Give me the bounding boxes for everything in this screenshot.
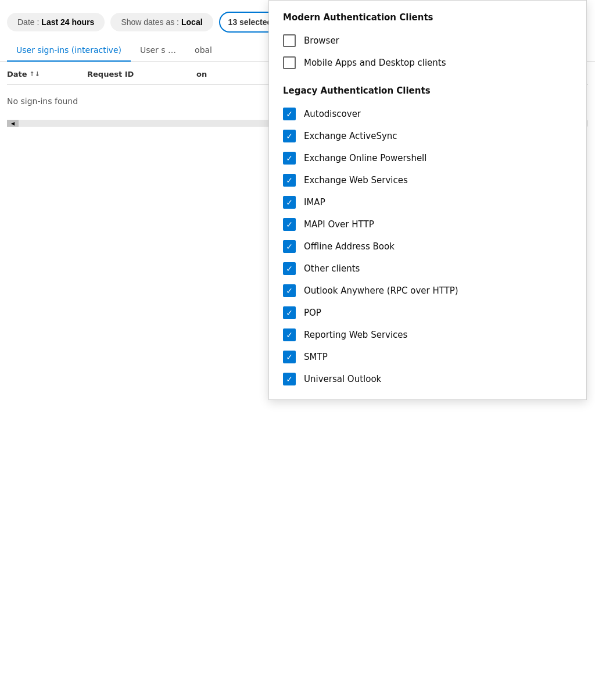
sort-icon: ↑↓ [30, 70, 40, 78]
col-date-header[interactable]: Date ↑↓ [7, 70, 83, 78]
checkbox-label-pop: POP [304, 308, 321, 318]
checkbox-label-exchange-activesync: Exchange ActiveSync [304, 131, 397, 141]
checkbox-label-browser: Browser [304, 35, 339, 46]
col-on-header: on [196, 70, 207, 78]
dropdown-section-title-1: Legacy Authentication Clients [269, 74, 586, 103]
col-request-header: Request ID [87, 70, 192, 78]
dropdown-item-offline-address-book[interactable]: Offline Address Book [269, 235, 586, 258]
tab-non-interactive[interactable]: User s … [131, 40, 185, 62]
checkbox-label-other-clients: Other clients [304, 263, 360, 274]
checkbox-exchange-activesync[interactable] [283, 130, 296, 142]
dropdown-item-mapi-over-http[interactable]: MAPI Over HTTP [269, 213, 586, 235]
dropdown-item-pop[interactable]: POP [269, 302, 586, 324]
dropdown-item-imap[interactable]: IMAP [269, 191, 586, 213]
dropdown-item-universal-outlook[interactable]: Universal Outlook [269, 368, 586, 390]
dropdown-item-outlook-anywhere[interactable]: Outlook Anywhere (RPC over HTTP) [269, 280, 586, 302]
scroll-left-arrow[interactable]: ◀ [7, 120, 19, 127]
dropdown-item-browser[interactable]: Browser [269, 30, 586, 52]
checkbox-label-exchange-online-powershell: Exchange Online Powershell [304, 153, 426, 163]
checkbox-reporting-web-services[interactable] [283, 328, 296, 341]
dropdown-item-exchange-web-services[interactable]: Exchange Web Services [269, 169, 586, 191]
checkbox-browser[interactable] [283, 34, 296, 47]
checkbox-offline-address-book[interactable] [283, 240, 296, 253]
dropdown-item-mobile-desktop[interactable]: Mobile Apps and Desktop clients [269, 52, 586, 74]
dropdown-item-other-clients[interactable]: Other clients [269, 258, 586, 280]
checkbox-mapi-over-http[interactable] [283, 218, 296, 231]
dropdown-item-autodiscover[interactable]: Autodiscover [269, 103, 586, 125]
date-filter-value: Last 24 hours [41, 17, 94, 27]
dropdown-item-exchange-online-powershell[interactable]: Exchange Online Powershell [269, 147, 586, 169]
checkbox-autodiscover[interactable] [283, 108, 296, 120]
checkbox-label-mobile-desktop: Mobile Apps and Desktop clients [304, 58, 446, 68]
checkbox-label-exchange-web-services: Exchange Web Services [304, 175, 408, 185]
checkbox-label-mapi-over-http: MAPI Over HTTP [304, 219, 374, 230]
checkbox-label-smtp: SMTP [304, 352, 328, 362]
dropdown-item-exchange-activesync[interactable]: Exchange ActiveSync [269, 125, 586, 147]
tab-interactive[interactable]: User sign-ins (interactive) [7, 40, 131, 62]
checkbox-smtp[interactable] [283, 351, 296, 363]
date-filter-pill[interactable]: Date : Last 24 hours [7, 13, 105, 31]
checkbox-label-autodiscover: Autodiscover [304, 109, 361, 119]
checkbox-pop[interactable] [283, 306, 296, 319]
checkbox-exchange-web-services[interactable] [283, 174, 296, 187]
checkbox-universal-outlook[interactable] [283, 373, 296, 385]
checkbox-mobile-desktop[interactable] [283, 56, 296, 69]
show-dates-label: Show dates as : [121, 17, 179, 27]
dropdown-item-smtp[interactable]: SMTP [269, 346, 586, 368]
checkbox-label-offline-address-book: Offline Address Book [304, 241, 395, 252]
tab-obal[interactable]: obal [185, 40, 221, 62]
client-filter-dropdown: Modern Authentication ClientsBrowserMobi… [268, 0, 587, 400]
checkbox-exchange-online-powershell[interactable] [283, 152, 296, 165]
selected-count-label: 13 selected [228, 17, 273, 27]
dropdown-item-reporting-web-services[interactable]: Reporting Web Services [269, 324, 586, 346]
checkbox-label-outlook-anywhere: Outlook Anywhere (RPC over HTTP) [304, 285, 458, 296]
checkbox-imap[interactable] [283, 196, 296, 209]
checkbox-label-reporting-web-services: Reporting Web Services [304, 330, 407, 340]
checkbox-label-universal-outlook: Universal Outlook [304, 374, 381, 384]
show-dates-value: Local [181, 17, 203, 27]
checkbox-outlook-anywhere[interactable] [283, 284, 296, 297]
checkbox-label-imap: IMAP [304, 197, 325, 208]
dropdown-section-title-0: Modern Authentication Clients [269, 1, 586, 30]
date-filter-label: Date : [17, 17, 39, 27]
checkbox-other-clients[interactable] [283, 262, 296, 275]
show-dates-filter-pill[interactable]: Show dates as : Local [110, 13, 213, 31]
